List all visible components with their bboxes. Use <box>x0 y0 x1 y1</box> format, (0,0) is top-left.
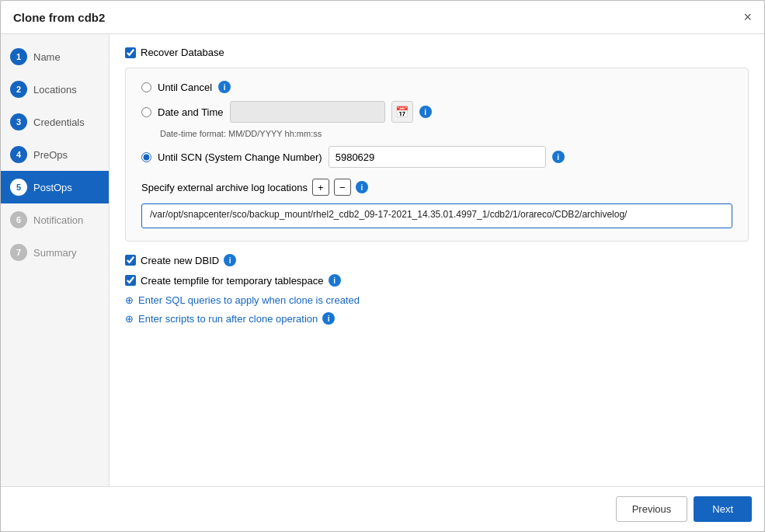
step-num-6: 6 <box>10 211 27 228</box>
sidebar-item-summary[interactable]: 7 Summary <box>1 236 109 269</box>
date-time-input[interactable] <box>230 101 385 123</box>
archive-log-row: Specify external archive log locations +… <box>141 179 732 196</box>
scn-input[interactable]: 5980629 <box>329 146 546 168</box>
step-num-1: 1 <box>10 48 27 65</box>
sidebar-label-postops: PostOps <box>33 182 72 193</box>
scripts-info-icon[interactable]: i <box>322 312 335 325</box>
sidebar-label-notification: Notification <box>33 214 83 226</box>
create-dbid-info-icon[interactable]: i <box>224 254 236 266</box>
archive-log-info-icon[interactable]: i <box>356 181 368 193</box>
recover-db-checkbox[interactable] <box>125 47 136 58</box>
sql-link[interactable]: Enter SQL queries to apply when clone is… <box>138 294 360 306</box>
dialog-title: Clone from cdb2 <box>13 11 105 24</box>
step-num-3: 3 <box>10 113 27 130</box>
dialog-body: 1 Name 2 Locations 3 Credentials 4 PreOp… <box>1 34 764 486</box>
step-num-7: 7 <box>10 244 27 261</box>
scn-row: Until SCN (System Change Number) 5980629… <box>141 146 732 168</box>
recover-db-row: Recover Database <box>125 47 749 58</box>
sidebar-label-credentials: Credentials <box>33 116 85 128</box>
create-dbid-label: Create new DBID <box>141 255 219 266</box>
bottom-options: Create new DBID i Create tempfile for te… <box>125 254 749 325</box>
sidebar-item-credentials[interactable]: 3 Credentials <box>1 106 109 138</box>
step-num-4: 4 <box>10 146 27 163</box>
clone-dialog: Clone from cdb2 × 1 Name 2 Locations 3 C… <box>0 0 765 532</box>
scripts-link[interactable]: Enter scripts to run after clone operati… <box>138 313 318 325</box>
archive-remove-button[interactable]: − <box>334 179 351 196</box>
datetime-format-hint: Date-time format: MM/DD/YYYY hh:mm:ss <box>141 129 732 138</box>
create-dbid-row: Create new DBID i <box>125 254 749 266</box>
close-button[interactable]: × <box>743 10 752 24</box>
sidebar-label-preops: PreOps <box>33 149 68 161</box>
until-cancel-info-icon[interactable]: i <box>218 81 231 93</box>
create-tempfile-row: Create tempfile for temporary tablespace… <box>125 274 749 287</box>
sidebar-label-locations: Locations <box>33 84 77 96</box>
create-tempfile-label: Create tempfile for temporary tablespace <box>141 275 324 287</box>
archive-log-label: Specify external archive log locations <box>141 182 308 193</box>
scripts-expand-icon: ⊕ <box>125 313 134 325</box>
dialog-header: Clone from cdb2 × <box>1 1 764 34</box>
archive-path-value: /var/opt/snapcenter/sco/backup_mount/rhe… <box>150 209 627 220</box>
sidebar-label-summary: Summary <box>33 247 77 259</box>
dialog-footer: Previous Next <box>1 486 764 531</box>
scn-info-icon[interactable]: i <box>552 151 565 163</box>
next-button[interactable]: Next <box>694 496 752 522</box>
date-time-radio[interactable] <box>141 107 151 117</box>
create-dbid-checkbox[interactable] <box>125 255 136 266</box>
recovery-panel: Until Cancel i Date and Time 📅 i Date-ti… <box>125 68 749 242</box>
sidebar-item-postops[interactable]: 5 PostOps <box>1 171 109 203</box>
until-scn-label: Until SCN (System Change Number) <box>158 151 322 163</box>
sql-expand-icon: ⊕ <box>125 294 134 306</box>
date-time-info-icon[interactable]: i <box>419 106 432 118</box>
sidebar-item-locations[interactable]: 2 Locations <box>1 73 109 106</box>
step-num-5: 5 <box>10 179 27 196</box>
archive-add-button[interactable]: + <box>312 179 329 196</box>
create-tempfile-checkbox[interactable] <box>125 275 136 286</box>
previous-button[interactable]: Previous <box>616 496 688 522</box>
sidebar-item-name[interactable]: 1 Name <box>1 40 109 73</box>
step-num-2: 2 <box>10 81 27 98</box>
sql-link-row: ⊕ Enter SQL queries to apply when clone … <box>125 294 749 306</box>
until-cancel-label: Until Cancel <box>158 82 212 93</box>
until-scn-radio[interactable] <box>141 152 151 162</box>
scripts-link-row: ⊕ Enter scripts to run after clone opera… <box>125 312 749 325</box>
recover-db-label: Recover Database <box>141 47 224 58</box>
until-cancel-radio[interactable] <box>141 82 151 92</box>
date-time-row: Date and Time 📅 i <box>141 101 732 123</box>
sidebar-item-preops[interactable]: 4 PreOps <box>1 138 109 171</box>
date-time-label: Date and Time <box>158 106 224 118</box>
sidebar-item-notification[interactable]: 6 Notification <box>1 203 109 236</box>
main-content: Recover Database Until Cancel i Date and… <box>110 34 764 486</box>
sidebar: 1 Name 2 Locations 3 Credentials 4 PreOp… <box>1 34 110 486</box>
calendar-button[interactable]: 📅 <box>391 101 413 123</box>
sidebar-label-name: Name <box>33 51 61 63</box>
until-cancel-row: Until Cancel i <box>141 81 732 93</box>
archive-path-field: /var/opt/snapcenter/sco/backup_mount/rhe… <box>141 203 732 228</box>
create-tempfile-info-icon[interactable]: i <box>329 274 341 287</box>
